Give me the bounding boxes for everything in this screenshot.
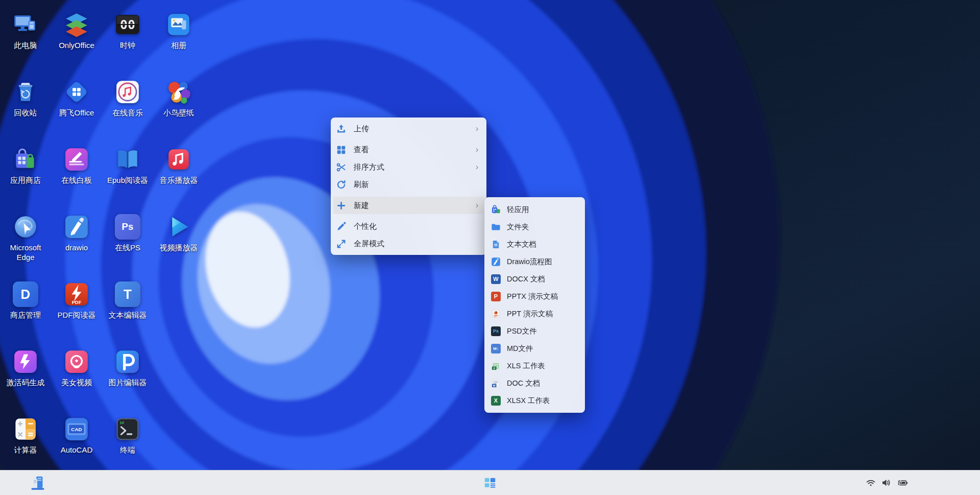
refresh-icon	[336, 180, 346, 190]
desktop: 此电脑 回收站 应用商店 Microsoft Edge D 商店管理	[0, 0, 980, 495]
chevron-right-icon: ›	[475, 125, 479, 133]
desktop-icon-terminal[interactable]: $# 终端	[102, 412, 153, 479]
app-icon	[13, 12, 38, 37]
desktop-icon-this-pc[interactable]: 此电脑	[0, 7, 51, 75]
desktop-icon-recycle-bin[interactable]: 回收站	[0, 75, 51, 142]
pptx-file-icon: P	[491, 292, 501, 301]
submenu-item-label: PSD文件	[507, 326, 537, 336]
app-icon-label: PDF阅读器	[58, 311, 96, 320]
app-icon	[64, 147, 89, 172]
submenu-item-label: MD文件	[507, 344, 533, 353]
desktop-icon-online-music[interactable]: 在线音乐	[102, 75, 153, 142]
system-tray	[866, 470, 909, 495]
menu-item-refresh[interactable]: 刷新 ›	[333, 176, 484, 193]
app-icon-label: 在线音乐	[112, 108, 143, 118]
desktop-icon-app-store[interactable]: 应用商店	[0, 142, 51, 209]
upload-icon	[336, 124, 346, 134]
menu-item-label: 个性化	[354, 222, 377, 231]
menu-item-label: 全屏模式	[354, 239, 384, 249]
app-icon	[64, 79, 89, 105]
submenu-item-ppt[interactable]: PPT 演示文稿	[487, 305, 582, 322]
desktop-icon-pdf-reader[interactable]: PDF PDF阅读器	[51, 277, 102, 344]
desktop-icon-calculator[interactable]: 计算器	[0, 412, 51, 479]
sort-scissors-icon	[336, 162, 346, 172]
desktop-icon-image-editor[interactable]: 图片编辑器	[102, 344, 153, 412]
submenu-item-drawio-flowchart[interactable]: Drawio流程图	[487, 253, 582, 270]
text-document-icon	[491, 240, 501, 249]
app-icon	[64, 12, 89, 37]
desktop-icon-microsoft-edge[interactable]: Microsoft Edge	[0, 209, 51, 277]
app-icon-label: 此电脑	[14, 41, 37, 51]
desktop-icon-online-ps[interactable]: Ps 在线PS	[102, 209, 153, 277]
context-menu: 上传 › 查看 › 排序方式 › 刷新 › 新建	[331, 117, 486, 255]
app-icon	[115, 147, 140, 172]
app-icon	[64, 349, 89, 374]
menu-item-upload[interactable]: 上传 ›	[333, 120, 484, 137]
submenu-item-label: XLSX 工作表	[507, 396, 550, 406]
desktop-icon-activation-code-gen[interactable]: 激活码生成	[0, 344, 51, 412]
app-icon-label: 音乐播放器	[160, 176, 198, 185]
light-app-icon	[491, 205, 501, 215]
submenu-item-docx[interactable]: W DOCX 文档	[487, 270, 582, 288]
app-icon-label: 回收站	[14, 108, 37, 118]
new-submenu: 轻应用 文件夹 文本文档 Drawio流程图 W DOCX 文档	[484, 197, 585, 413]
app-icon-label: 美女视频	[61, 378, 92, 388]
desktop-icon-clock[interactable]: 00 时钟	[102, 7, 153, 75]
app-icon-label: 在线白板	[61, 176, 92, 185]
menu-item-label: 新建	[354, 201, 369, 210]
menu-item-label: 排序方式	[354, 162, 384, 172]
chevron-right-icon: ›	[475, 201, 479, 210]
desktop-icon-music-player[interactable]: 音乐播放器	[153, 142, 204, 209]
app-icon	[64, 214, 89, 240]
chevron-right-icon: ›	[475, 146, 479, 154]
submenu-item-light-app[interactable]: 轻应用	[487, 201, 582, 218]
desktop-icon-store-manager[interactable]: D 商店管理	[0, 277, 51, 344]
app-icon	[166, 79, 191, 105]
submenu-item-folder[interactable]: 文件夹	[487, 218, 582, 235]
app-icon	[13, 416, 38, 442]
submenu-item-md[interactable]: M↓ MD文件	[487, 340, 582, 357]
submenu-item-doc[interactable]: W DOC 文档	[487, 374, 582, 392]
app-icon-label: 激活码生成	[7, 378, 45, 388]
menu-item-view[interactable]: 查看 ›	[333, 141, 484, 158]
menu-item-sort[interactable]: 排序方式 ›	[333, 158, 484, 176]
app-icon-label: 商店管理	[10, 311, 41, 320]
taskbar-launcher-grid-icon[interactable]	[483, 476, 497, 489]
volume-icon[interactable]	[881, 478, 891, 488]
desktop-icon-beauty-video[interactable]: 美女视频	[51, 344, 102, 412]
menu-item-fullscreen[interactable]: 全屏模式 ›	[333, 235, 484, 252]
submenu-item-xls[interactable]: X XLS 工作表	[487, 357, 582, 374]
submenu-item-pptx[interactable]: P PPTX 演示文稿	[487, 288, 582, 305]
app-icon	[115, 349, 140, 374]
app-icon	[166, 214, 191, 240]
menu-item-personalize[interactable]: 个性化 ›	[333, 218, 484, 235]
submenu-item-label: PPTX 演示文稿	[507, 292, 558, 301]
submenu-item-xlsx[interactable]: X XLSX 工作表	[487, 392, 582, 409]
desktop-icon-bird-wallpaper[interactable]: 小鸟壁纸	[153, 75, 204, 142]
app-icon: CAD	[64, 416, 89, 442]
taskbar-pc-tower-icon[interactable]	[29, 474, 46, 491]
desktop-icon-epub-reader[interactable]: Epub阅读器	[102, 142, 153, 209]
drawio-file-icon	[491, 257, 501, 267]
app-icon	[13, 79, 38, 105]
battery-charging-icon[interactable]	[896, 478, 909, 488]
desktop-icon-drawio[interactable]: drawio	[51, 209, 102, 277]
submenu-item-text-document[interactable]: 文本文档	[487, 235, 582, 253]
desktop-icon-onlyoffice[interactable]: OnlyOffice	[51, 7, 102, 75]
submenu-item-label: DOCX 文档	[507, 274, 545, 284]
submenu-item-psd[interactable]: Ps PSD文件	[487, 322, 582, 340]
app-icon-label: Epub阅读器	[107, 176, 148, 185]
wifi-icon[interactable]	[866, 478, 876, 488]
taskbar	[0, 470, 980, 495]
desktop-icon-grid: 此电脑 回收站 应用商店 Microsoft Edge D 商店管理	[0, 7, 204, 479]
desktop-icon-text-editor[interactable]: T 文本编辑器	[102, 277, 153, 344]
desktop-icon-autocad[interactable]: CAD AutoCAD	[51, 412, 102, 479]
desktop-icon-tengfei-office[interactable]: 腾飞Office	[51, 75, 102, 142]
submenu-item-label: 文件夹	[507, 222, 529, 232]
desktop-icon-online-whiteboard[interactable]: 在线白板	[51, 142, 102, 209]
desktop-icon-video-player[interactable]: 视频播放器	[153, 209, 204, 277]
submenu-item-label: 文本文档	[507, 240, 536, 249]
desktop-icon-album[interactable]: 相册	[153, 7, 204, 75]
app-icon	[166, 12, 191, 37]
menu-item-new[interactable]: 新建 ›	[333, 197, 484, 214]
